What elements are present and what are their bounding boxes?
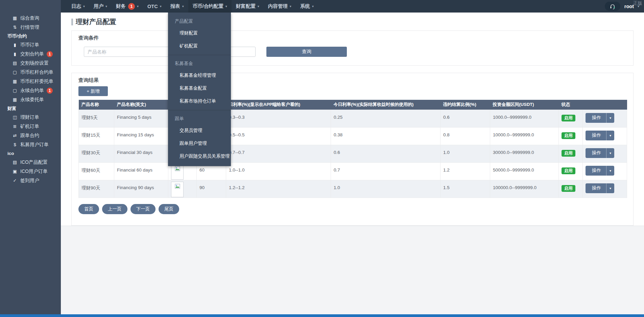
action-button[interactable]: 操作 ▾ <box>586 183 614 193</box>
chevron-down-icon: ▾ <box>83 4 85 8</box>
sidebar-section-ico: ico <box>0 149 61 158</box>
sidebar-item-label: 交割场控设置 <box>20 60 49 66</box>
col-status: 状态 <box>559 100 583 110</box>
sidebar-item-ico-user-orders[interactable]: ▣ ICO用户订单 <box>0 167 61 176</box>
sidebar-item-perpetual-entrust-orders[interactable]: ▦ 永续委托单 <box>0 95 61 104</box>
calculator-icon: ▦ <box>11 97 18 102</box>
broken-image-placeholder <box>171 182 184 197</box>
cell-days: 90 <box>197 180 226 198</box>
layers-icon: ≣ <box>11 124 18 129</box>
sidebar-item-margin-contract-orders[interactable]: ▢ 币币杠杆合约单 <box>0 68 61 77</box>
chevron-down-icon[interactable]: ▾ <box>606 183 614 193</box>
dropdown-item-fund-config[interactable]: 私募基金配置 <box>168 82 231 95</box>
nav-item-wealth-config[interactable]: 财富配置 ▾ <box>232 0 264 13</box>
cell-day-rate: 0.7--0.7 <box>226 145 331 162</box>
dropdown-item-trader-mgmt[interactable]: 交易员管理 <box>168 124 231 137</box>
bottom-blue-strip <box>0 314 644 317</box>
col-day-rate: 日利率(%)(显示在APP端给客户看的) <box>226 100 331 110</box>
nav-item-otc[interactable]: OTC ▾ <box>143 0 166 13</box>
action-button[interactable]: 操作 ▾ <box>586 113 614 123</box>
sidebar-item-delivery-contract-orders[interactable]: ▮ 交割合约单 1 <box>0 49 61 59</box>
pagination-first[interactable]: 首页 <box>78 204 99 214</box>
nav-item-users[interactable]: 用户 ▾ <box>89 0 112 13</box>
broken-image-placeholder <box>171 164 184 180</box>
search-panel: 查询条件 查询 <box>71 30 634 66</box>
support-button[interactable] <box>605 2 620 11</box>
query-button[interactable]: 查询 <box>266 47 347 57</box>
cell-status: 启用 <box>559 127 583 145</box>
cell-product-name: 理财90天 <box>79 180 114 198</box>
nav-item-system[interactable]: 系统 ▾ <box>296 0 318 13</box>
table-row: 理财60天 Financial 60 days 60 1.0--1.0 0.7 … <box>79 162 627 180</box>
table-row: 理财5天 Financing 5 days 0.3--0.3 0.25 0.6 <box>79 110 627 127</box>
check-icon: ✓ <box>11 178 18 183</box>
coins-icon: ◫ <box>11 115 18 120</box>
query-results-table: 产品名称 产品名称(英文) 日利率(%)(显示在APP端给客户看的) 今日利率(… <box>78 100 627 198</box>
action-button[interactable]: 操作 ▾ <box>586 131 614 140</box>
cell-default-ratio: 1.5 <box>440 180 490 198</box>
pagination-next[interactable]: 下一页 <box>130 204 156 214</box>
cell-day-rate: 1.2--1.2 <box>226 180 331 198</box>
pagination-last[interactable]: 尾页 <box>159 204 179 214</box>
bookmark-icon: ▮ <box>11 42 18 47</box>
dropdown-item-mining-config[interactable]: 矿机配置 <box>168 40 231 52</box>
screen: ▦ 综合查询 ⇅ 行情管理 币币/合约 ▮ 币币订单 ▮ 交割合约单 1 ▤ 交… <box>0 0 644 317</box>
sidebar-item-copy-trade-contracts[interactable]: ⇄ 跟单合约 <box>0 131 61 140</box>
sidebar-item-comprehensive-query[interactable]: ▦ 综合查询 <box>0 14 61 23</box>
document-icon: ▤ <box>11 61 18 66</box>
chevron-down-icon[interactable]: ▾ <box>606 113 614 123</box>
dropdown-item-financing-config[interactable]: 理财配置 <box>168 27 231 40</box>
status-badge: 启用 <box>562 132 575 139</box>
chevron-down-icon[interactable]: ▾ <box>606 166 614 176</box>
action-button[interactable]: 操作 ▾ <box>586 166 614 176</box>
username: root <box>624 4 634 9</box>
dropdown-item-user-follow-trader-mgmt[interactable]: 用户跟随交易员关系管理 <box>168 150 231 163</box>
cell-today-rate: 0.25 <box>331 110 440 127</box>
sidebar-item-label: 理财订单 <box>20 114 39 120</box>
cell-product-name: 理财5天 <box>79 110 114 127</box>
status-badge: 启用 <box>562 115 575 122</box>
sort-icon: ⇅ <box>11 25 18 30</box>
action-button[interactable]: 操作 ▾ <box>586 148 614 158</box>
sidebar-item-label: 矿机订单 <box>20 123 39 130</box>
nav-item-coin-contract-config[interactable]: 币币/合约配置 ▾ <box>188 0 232 13</box>
cell-product-name-en: Financing 90 days <box>114 180 168 198</box>
cell-product-name: 理财15天 <box>79 127 114 145</box>
chevron-down-icon[interactable]: ▾ <box>606 148 614 158</box>
page-title: 理财产品配置 <box>71 17 116 26</box>
sidebar-item-margin-entrust-orders[interactable]: ▦ 币币杠杆委托单 <box>0 77 61 86</box>
dropdown-item-fund-market-positions[interactable]: 私募市场持仓订单 <box>168 95 231 108</box>
sidebar-item-financing-orders[interactable]: ◫ 理财订单 <box>0 113 61 122</box>
sidebar-item-delivery-control-settings[interactable]: ▤ 交割场控设置 <box>0 59 61 68</box>
nav-item-finance[interactable]: 财务 1 ▾ <box>112 0 143 13</box>
watermark-text: 正版 <box>633 0 642 6</box>
sidebar-item-market-management[interactable]: ⇅ 行情管理 <box>0 23 61 32</box>
dropdown-item-copy-user-mgmt[interactable]: 跟单用户管理 <box>168 137 231 150</box>
table-row: 理财15天 Financing 15 days 0.5--0.5 0.38 0.… <box>79 127 627 145</box>
cell-day-rate: 1.0--1.0 <box>226 162 331 180</box>
sidebar-item-miner-orders[interactable]: ≣ 矿机订单 <box>0 122 61 131</box>
sidebar-section-wealth: 财富 <box>0 104 61 113</box>
chevron-down-icon[interactable]: ▾ <box>606 131 614 140</box>
cell-default-ratio: 0.8 <box>440 127 490 145</box>
nav-item-logs[interactable]: 日志 ▾ <box>67 0 89 13</box>
sidebar-item-ico-product-config[interactable]: ▤ ICO产品配置 <box>0 158 61 167</box>
dropdown-item-fund-manager-mgmt[interactable]: 私募基金经理管理 <box>168 69 231 82</box>
sidebar-item-checkin-users[interactable]: ✓ 签到用户 <box>0 176 61 185</box>
content-card: 理财产品配置 查询条件 查询 查询结果 + 新增 <box>61 13 644 226</box>
cell-invest-range: 100000.0--9999999.0 <box>490 180 559 198</box>
status-badge: 启用 <box>562 185 575 192</box>
nav-item-content-mgmt[interactable]: 内容管理 ▾ <box>264 0 296 13</box>
nav-item-reports[interactable]: 报表 ▾ <box>166 0 188 13</box>
cell-product-name: 理财30天 <box>79 145 114 162</box>
pagination-prev[interactable]: 上一页 <box>102 204 127 214</box>
sidebar-item-label: 永续合约单 <box>20 88 44 94</box>
dropdown-section-private-fund: 私募基金 <box>168 58 231 69</box>
bookmark-icon: ▮ <box>11 51 18 56</box>
chevron-down-icon: ▾ <box>225 4 227 8</box>
cell-invest-range: 50000.0--9999999.0 <box>490 162 559 180</box>
sidebar-item-private-fund-user-orders[interactable]: $ 私募用户订单 <box>0 140 61 149</box>
sidebar-item-perpetual-contract-orders[interactable]: ▢ 永续合约单 1 <box>0 86 61 95</box>
add-button[interactable]: + 新增 <box>78 86 108 96</box>
sidebar-item-coin-orders[interactable]: ▮ 币币订单 <box>0 40 61 49</box>
